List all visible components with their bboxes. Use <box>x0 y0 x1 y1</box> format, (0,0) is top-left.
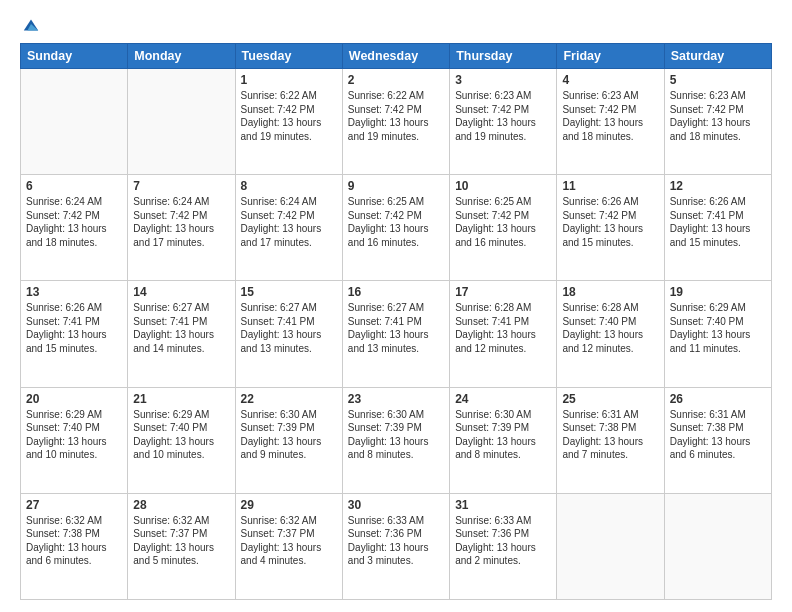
calendar-cell <box>664 493 771 599</box>
calendar-cell: 26Sunrise: 6:31 AM Sunset: 7:38 PM Dayli… <box>664 387 771 493</box>
calendar-cell: 14Sunrise: 6:27 AM Sunset: 7:41 PM Dayli… <box>128 281 235 387</box>
day-number: 18 <box>562 285 658 299</box>
cell-info: Sunrise: 6:27 AM Sunset: 7:41 PM Dayligh… <box>241 301 337 355</box>
calendar-cell: 13Sunrise: 6:26 AM Sunset: 7:41 PM Dayli… <box>21 281 128 387</box>
day-number: 29 <box>241 498 337 512</box>
calendar-cell: 6Sunrise: 6:24 AM Sunset: 7:42 PM Daylig… <box>21 175 128 281</box>
calendar-cell: 4Sunrise: 6:23 AM Sunset: 7:42 PM Daylig… <box>557 69 664 175</box>
calendar-cell: 31Sunrise: 6:33 AM Sunset: 7:36 PM Dayli… <box>450 493 557 599</box>
calendar-cell: 12Sunrise: 6:26 AM Sunset: 7:41 PM Dayli… <box>664 175 771 281</box>
day-number: 28 <box>133 498 229 512</box>
calendar-cell: 23Sunrise: 6:30 AM Sunset: 7:39 PM Dayli… <box>342 387 449 493</box>
day-number: 6 <box>26 179 122 193</box>
calendar-cell: 25Sunrise: 6:31 AM Sunset: 7:38 PM Dayli… <box>557 387 664 493</box>
day-number: 15 <box>241 285 337 299</box>
cell-info: Sunrise: 6:33 AM Sunset: 7:36 PM Dayligh… <box>348 514 444 568</box>
day-number: 22 <box>241 392 337 406</box>
calendar-cell: 22Sunrise: 6:30 AM Sunset: 7:39 PM Dayli… <box>235 387 342 493</box>
page: SundayMondayTuesdayWednesdayThursdayFrid… <box>0 0 792 612</box>
day-number: 4 <box>562 73 658 87</box>
cell-info: Sunrise: 6:30 AM Sunset: 7:39 PM Dayligh… <box>455 408 551 462</box>
calendar-cell: 1Sunrise: 6:22 AM Sunset: 7:42 PM Daylig… <box>235 69 342 175</box>
day-number: 30 <box>348 498 444 512</box>
cell-info: Sunrise: 6:29 AM Sunset: 7:40 PM Dayligh… <box>670 301 766 355</box>
day-header-monday: Monday <box>128 44 235 69</box>
cell-info: Sunrise: 6:23 AM Sunset: 7:42 PM Dayligh… <box>455 89 551 143</box>
week-row-4: 27Sunrise: 6:32 AM Sunset: 7:38 PM Dayli… <box>21 493 772 599</box>
calendar-cell: 20Sunrise: 6:29 AM Sunset: 7:40 PM Dayli… <box>21 387 128 493</box>
day-number: 3 <box>455 73 551 87</box>
calendar-cell: 30Sunrise: 6:33 AM Sunset: 7:36 PM Dayli… <box>342 493 449 599</box>
day-header-wednesday: Wednesday <box>342 44 449 69</box>
header <box>20 18 772 33</box>
day-number: 5 <box>670 73 766 87</box>
calendar: SundayMondayTuesdayWednesdayThursdayFrid… <box>20 43 772 600</box>
cell-info: Sunrise: 6:23 AM Sunset: 7:42 PM Dayligh… <box>562 89 658 143</box>
day-number: 11 <box>562 179 658 193</box>
week-row-3: 20Sunrise: 6:29 AM Sunset: 7:40 PM Dayli… <box>21 387 772 493</box>
cell-info: Sunrise: 6:28 AM Sunset: 7:41 PM Dayligh… <box>455 301 551 355</box>
day-number: 31 <box>455 498 551 512</box>
day-number: 20 <box>26 392 122 406</box>
calendar-cell: 5Sunrise: 6:23 AM Sunset: 7:42 PM Daylig… <box>664 69 771 175</box>
calendar-cell: 2Sunrise: 6:22 AM Sunset: 7:42 PM Daylig… <box>342 69 449 175</box>
cell-info: Sunrise: 6:31 AM Sunset: 7:38 PM Dayligh… <box>670 408 766 462</box>
logo <box>20 18 40 33</box>
day-number: 23 <box>348 392 444 406</box>
cell-info: Sunrise: 6:29 AM Sunset: 7:40 PM Dayligh… <box>26 408 122 462</box>
week-row-0: 1Sunrise: 6:22 AM Sunset: 7:42 PM Daylig… <box>21 69 772 175</box>
cell-info: Sunrise: 6:26 AM Sunset: 7:41 PM Dayligh… <box>670 195 766 249</box>
calendar-cell: 9Sunrise: 6:25 AM Sunset: 7:42 PM Daylig… <box>342 175 449 281</box>
cell-info: Sunrise: 6:27 AM Sunset: 7:41 PM Dayligh… <box>133 301 229 355</box>
calendar-cell: 29Sunrise: 6:32 AM Sunset: 7:37 PM Dayli… <box>235 493 342 599</box>
cell-info: Sunrise: 6:22 AM Sunset: 7:42 PM Dayligh… <box>348 89 444 143</box>
logo-text <box>20 18 40 36</box>
cell-info: Sunrise: 6:30 AM Sunset: 7:39 PM Dayligh… <box>241 408 337 462</box>
calendar-cell: 15Sunrise: 6:27 AM Sunset: 7:41 PM Dayli… <box>235 281 342 387</box>
calendar-cell: 8Sunrise: 6:24 AM Sunset: 7:42 PM Daylig… <box>235 175 342 281</box>
day-number: 27 <box>26 498 122 512</box>
calendar-cell <box>128 69 235 175</box>
cell-info: Sunrise: 6:24 AM Sunset: 7:42 PM Dayligh… <box>133 195 229 249</box>
day-number: 8 <box>241 179 337 193</box>
day-header-thursday: Thursday <box>450 44 557 69</box>
cell-info: Sunrise: 6:31 AM Sunset: 7:38 PM Dayligh… <box>562 408 658 462</box>
day-number: 19 <box>670 285 766 299</box>
day-number: 13 <box>26 285 122 299</box>
cell-info: Sunrise: 6:25 AM Sunset: 7:42 PM Dayligh… <box>455 195 551 249</box>
cell-info: Sunrise: 6:24 AM Sunset: 7:42 PM Dayligh… <box>241 195 337 249</box>
week-row-2: 13Sunrise: 6:26 AM Sunset: 7:41 PM Dayli… <box>21 281 772 387</box>
calendar-cell: 3Sunrise: 6:23 AM Sunset: 7:42 PM Daylig… <box>450 69 557 175</box>
calendar-cell: 24Sunrise: 6:30 AM Sunset: 7:39 PM Dayli… <box>450 387 557 493</box>
day-number: 26 <box>670 392 766 406</box>
calendar-cell: 11Sunrise: 6:26 AM Sunset: 7:42 PM Dayli… <box>557 175 664 281</box>
week-row-1: 6Sunrise: 6:24 AM Sunset: 7:42 PM Daylig… <box>21 175 772 281</box>
day-number: 16 <box>348 285 444 299</box>
day-number: 2 <box>348 73 444 87</box>
cell-info: Sunrise: 6:32 AM Sunset: 7:38 PM Dayligh… <box>26 514 122 568</box>
cell-info: Sunrise: 6:32 AM Sunset: 7:37 PM Dayligh… <box>133 514 229 568</box>
calendar-cell: 10Sunrise: 6:25 AM Sunset: 7:42 PM Dayli… <box>450 175 557 281</box>
day-header-friday: Friday <box>557 44 664 69</box>
cell-info: Sunrise: 6:30 AM Sunset: 7:39 PM Dayligh… <box>348 408 444 462</box>
cell-info: Sunrise: 6:33 AM Sunset: 7:36 PM Dayligh… <box>455 514 551 568</box>
day-number: 24 <box>455 392 551 406</box>
cell-info: Sunrise: 6:23 AM Sunset: 7:42 PM Dayligh… <box>670 89 766 143</box>
day-number: 12 <box>670 179 766 193</box>
cell-info: Sunrise: 6:22 AM Sunset: 7:42 PM Dayligh… <box>241 89 337 143</box>
day-number: 21 <box>133 392 229 406</box>
calendar-cell: 27Sunrise: 6:32 AM Sunset: 7:38 PM Dayli… <box>21 493 128 599</box>
cell-info: Sunrise: 6:32 AM Sunset: 7:37 PM Dayligh… <box>241 514 337 568</box>
cell-info: Sunrise: 6:26 AM Sunset: 7:41 PM Dayligh… <box>26 301 122 355</box>
calendar-cell: 28Sunrise: 6:32 AM Sunset: 7:37 PM Dayli… <box>128 493 235 599</box>
day-header-saturday: Saturday <box>664 44 771 69</box>
day-number: 17 <box>455 285 551 299</box>
calendar-cell: 17Sunrise: 6:28 AM Sunset: 7:41 PM Dayli… <box>450 281 557 387</box>
logo-icon <box>22 16 40 34</box>
calendar-cell: 18Sunrise: 6:28 AM Sunset: 7:40 PM Dayli… <box>557 281 664 387</box>
day-number: 9 <box>348 179 444 193</box>
day-number: 25 <box>562 392 658 406</box>
day-number: 7 <box>133 179 229 193</box>
day-header-sunday: Sunday <box>21 44 128 69</box>
cell-info: Sunrise: 6:24 AM Sunset: 7:42 PM Dayligh… <box>26 195 122 249</box>
